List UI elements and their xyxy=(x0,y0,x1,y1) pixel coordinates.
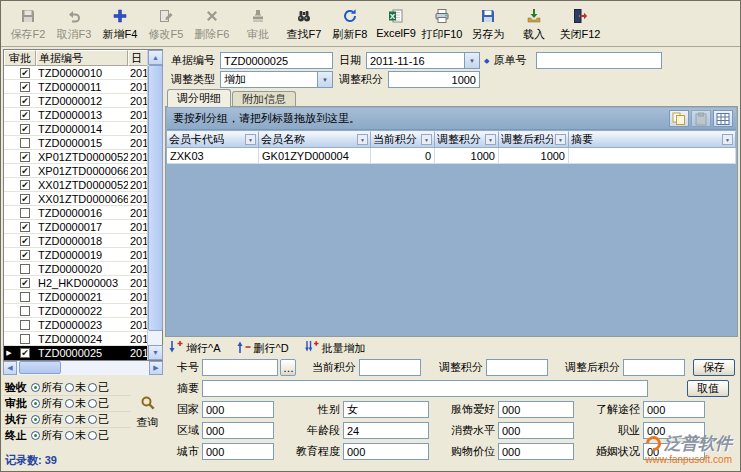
filter-option[interactable]: 已 xyxy=(88,396,109,411)
hscrollbar-thumb[interactable] xyxy=(19,361,61,374)
toolbar-button-delete[interactable]: 删除F6 xyxy=(189,3,235,44)
document-list-row[interactable]: TZD0000015201 xyxy=(4,136,147,150)
profile-input-0[interactable] xyxy=(202,401,274,418)
profile-input-6[interactable] xyxy=(498,422,574,439)
toolbar-button-undo[interactable]: 取消F3 xyxy=(51,3,97,44)
document-list-row[interactable]: ✔TZD0000019201 xyxy=(4,248,147,262)
filter-option[interactable]: 所有 xyxy=(31,396,63,411)
paste-button[interactable] xyxy=(691,110,711,127)
toolbar-button-close[interactable]: 关闭F12 xyxy=(557,3,603,44)
document-list-row[interactable]: ✔TZD0000012201 xyxy=(4,94,147,108)
toolbar-button-approve[interactable]: 审批 xyxy=(235,3,281,44)
gridtool-button[interactable] xyxy=(713,110,733,127)
toolbar-button-edit[interactable]: 修改F5 xyxy=(143,3,189,44)
profile-input-10[interactable] xyxy=(498,443,574,460)
column-filter-icon[interactable]: ▼ xyxy=(555,134,566,145)
adjust-type-combo[interactable]: ▼ xyxy=(220,71,333,88)
column-header-approval[interactable]: 审批 xyxy=(4,50,36,66)
profile-input-2[interactable] xyxy=(498,401,574,418)
document-list-hscrollbar[interactable]: ◀ ▶ xyxy=(3,361,163,375)
document-list-row[interactable]: TZD0000024201 xyxy=(4,332,147,346)
summary-input[interactable] xyxy=(202,380,648,397)
filter-option[interactable]: 未 xyxy=(65,380,86,395)
adjust-points-input[interactable] xyxy=(388,71,480,88)
document-list-row[interactable]: ✔TZD0000010201 xyxy=(4,66,147,80)
approval-checkbox[interactable]: ✔ xyxy=(20,236,30,246)
after-points-input[interactable] xyxy=(623,359,685,376)
document-list-row[interactable]: TZD0000022201 xyxy=(4,304,147,318)
approval-checkbox[interactable] xyxy=(20,292,30,302)
profile-input-5[interactable] xyxy=(343,422,429,439)
approval-checkbox[interactable]: ✔ xyxy=(20,110,30,120)
copy-button[interactable] xyxy=(669,110,689,127)
column-filter-icon[interactable]: ▼ xyxy=(245,134,256,145)
filter-option[interactable]: 已 xyxy=(88,428,109,443)
document-list-row[interactable]: ✔TZD0000013201 xyxy=(4,108,147,122)
document-list-row[interactable]: ✔H2_HKD000003201 xyxy=(4,276,147,290)
filter-option[interactable]: 所有 xyxy=(31,412,63,427)
scroll-right-icon[interactable]: ▶ xyxy=(149,361,163,375)
document-list-row[interactable]: ✔TZD0000017201 xyxy=(4,220,147,234)
scroll-up-icon[interactable]: ▲ xyxy=(148,50,163,65)
vscrollbar-thumb[interactable] xyxy=(148,65,163,331)
filter-option[interactable]: 未 xyxy=(65,428,86,443)
grid-row[interactable]: ZXK03GK01ZYD000004010001000 xyxy=(167,148,736,164)
profile-input-9[interactable] xyxy=(343,443,429,460)
batchadd-button[interactable]: 批量增加 xyxy=(305,340,366,356)
profile-input-7[interactable] xyxy=(643,422,705,439)
document-list-row[interactable]: ▶✔TZD0000025201 xyxy=(4,346,147,360)
approval-checkbox[interactable]: ✔ xyxy=(20,96,30,106)
document-list-row[interactable]: ✔XX01ZTD0000066201 xyxy=(4,192,147,206)
approval-checkbox[interactable]: ✔ xyxy=(20,68,30,78)
chevron-down-icon[interactable]: ▼ xyxy=(317,72,332,87)
document-list-row[interactable]: TZD0000020201 xyxy=(4,262,147,276)
document-list-row[interactable]: TZD0000016201 xyxy=(4,206,147,220)
toolbar-button-load[interactable]: 载入 xyxy=(511,3,557,44)
column-filter-icon[interactable]: ▼ xyxy=(722,134,733,145)
chevron-down-icon[interactable]: ▼ xyxy=(464,53,479,68)
document-list-row[interactable]: ✔TZD0000011201 xyxy=(4,80,147,94)
toolbar-button-print[interactable]: 打印F10 xyxy=(419,3,465,44)
toolbar-button-find[interactable]: 查找F7 xyxy=(281,3,327,44)
approval-checkbox[interactable]: ✔ xyxy=(20,152,30,162)
approval-checkbox[interactable] xyxy=(20,208,30,218)
column-filter-icon[interactable]: ▼ xyxy=(421,134,432,145)
approval-checkbox[interactable] xyxy=(20,306,30,316)
profile-input-4[interactable] xyxy=(202,422,274,439)
card-lookup-button[interactable]: … xyxy=(280,359,296,376)
query-button[interactable]: 查询 xyxy=(132,383,163,441)
profile-input-3[interactable] xyxy=(643,401,705,418)
approval-checkbox[interactable] xyxy=(20,264,30,274)
approval-checkbox[interactable]: ✔ xyxy=(20,124,30,134)
grid-column-header[interactable]: 当前积分▼ xyxy=(371,131,435,148)
tab-extra-info[interactable]: 附加信息 xyxy=(232,91,296,107)
date-combo[interactable]: ▼ xyxy=(366,52,480,69)
document-list-row[interactable]: ✔TZD0000014201 xyxy=(4,122,147,136)
delrow-button[interactable]: 删行^D xyxy=(237,340,289,356)
toolbar-button-refresh[interactable]: 刷新F8 xyxy=(327,3,373,44)
scroll-down-icon[interactable]: ▼ xyxy=(148,345,163,360)
scroll-left-icon[interactable]: ◀ xyxy=(3,361,17,375)
document-list-row[interactable]: ✔XP01ZTD0000066201 xyxy=(4,164,147,178)
approval-checkbox[interactable] xyxy=(20,334,30,344)
current-points-input[interactable] xyxy=(359,359,421,376)
filter-option[interactable]: 所有 xyxy=(31,428,63,443)
approval-checkbox[interactable]: ✔ xyxy=(20,180,30,190)
toolbar-button-saveas[interactable]: 另存为 xyxy=(465,3,511,44)
toolbar-button-add[interactable]: 新增F4 xyxy=(97,3,143,44)
profile-input-1[interactable] xyxy=(343,401,429,418)
filter-option[interactable]: 所有 xyxy=(31,380,63,395)
toolbar-button-excel[interactable]: XExcelF9 xyxy=(373,3,419,44)
adjust-points-detail-input[interactable] xyxy=(486,359,548,376)
column-filter-icon[interactable]: ▼ xyxy=(485,134,496,145)
grid-column-header[interactable]: 调整积分▼ xyxy=(435,131,499,148)
grid-column-header[interactable]: 会员名称▼ xyxy=(259,131,371,148)
grid-column-header[interactable]: 摘要▼ xyxy=(569,131,736,148)
approval-checkbox[interactable] xyxy=(20,320,30,330)
approval-checkbox[interactable]: ✔ xyxy=(20,166,30,176)
approval-checkbox[interactable] xyxy=(20,138,30,148)
orig-no-input[interactable] xyxy=(536,52,662,69)
approval-checkbox[interactable]: ✔ xyxy=(20,222,30,232)
document-list-vscrollbar[interactable]: ▲ ▼ xyxy=(147,50,162,360)
filter-option[interactable]: 未 xyxy=(65,412,86,427)
